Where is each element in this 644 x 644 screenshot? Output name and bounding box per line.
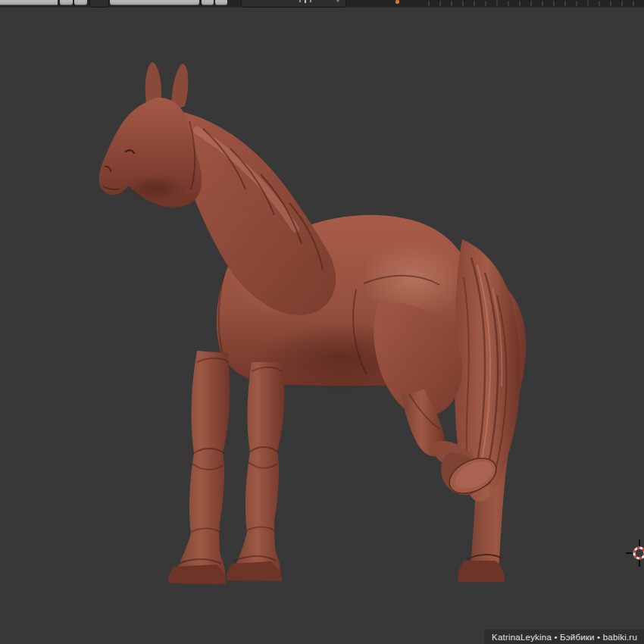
screenshot-root: KatrinaLeykina • Бэйбики • babiki.ru (0, 0, 644, 644)
horse-front-leg-near (168, 351, 230, 584)
viewport-3d[interactable] (0, 8, 644, 644)
horse-model[interactable] (0, 0, 644, 644)
horse-neck (177, 111, 336, 315)
horse-front-leg-far (227, 362, 284, 581)
horse-hoof-far (458, 561, 505, 582)
watermark: KatrinaLeykina • Бэйбики • babiki.ru (484, 630, 644, 644)
horse-head (99, 62, 202, 208)
watermark-text: KatrinaLeykina • Бэйбики • babiki.ru (492, 633, 637, 642)
horse-ear (171, 64, 188, 108)
jaw-shadow (123, 174, 187, 202)
horse-model-group (99, 62, 527, 584)
3d-cursor-icon (626, 539, 644, 567)
